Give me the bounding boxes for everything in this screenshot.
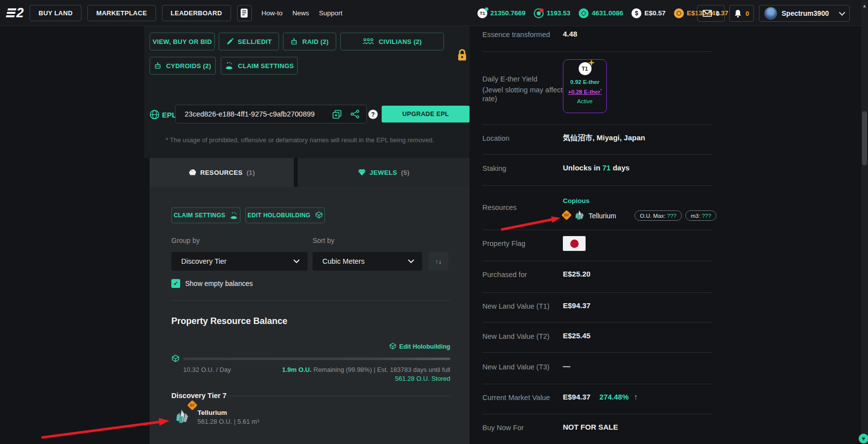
tab-jewels[interactable]: JEWELS (5) <box>298 158 470 187</box>
trend-up-arrow-icon: ↑ <box>633 393 637 401</box>
gold-coin-icon <box>674 8 684 18</box>
group-by-label: Group by <box>171 237 200 244</box>
news-link[interactable]: News <box>292 9 309 17</box>
share-icon[interactable] <box>351 110 359 119</box>
market-value-label: Current Market Value <box>482 394 550 402</box>
marketplace-button[interactable]: MARKETPLACE <box>87 5 156 21</box>
group-by-select[interactable]: Discovery Tier <box>171 252 308 271</box>
property-flag-label: Property Flag <box>482 240 525 247</box>
raid-button[interactable]: RAID (2) <box>283 33 336 50</box>
profile-menu[interactable]: Spectrum3900 <box>759 5 850 22</box>
yield-label: Daily E-ther Yield <box>482 75 537 83</box>
nlv-t2-label: New Land Value (T2) <box>482 332 550 340</box>
group-by-value: Discovery Tier <box>181 257 227 265</box>
sort-by-select[interactable]: Cubic Meters <box>313 252 422 271</box>
nlv-t1-label: New Land Value (T1) <box>482 302 550 310</box>
sort-by-label: Sort by <box>313 237 334 244</box>
claim-hand-icon <box>230 212 238 219</box>
messages-button[interactable]: 0 <box>697 5 725 22</box>
scrollbar-track[interactable] <box>861 0 868 444</box>
sell-edit-button[interactable]: SELL/EDIT <box>219 33 279 50</box>
tab-resources-count: (1) <box>246 169 255 176</box>
holobuilding-progress-bar <box>183 358 450 360</box>
epl-value: 23ced826-e188-4ff1-9275-c9afb2700899 <box>185 110 315 118</box>
copy-icon[interactable] <box>332 110 342 119</box>
epl-globe-icon <box>150 110 159 120</box>
how-to-link[interactable]: How-to <box>262 9 283 17</box>
leaderboard-button[interactable]: LEADERBOARD <box>162 5 231 21</box>
support-link[interactable]: Support <box>319 9 342 17</box>
row-divider <box>482 185 712 186</box>
checkbox-checked[interactable]: ✓ <box>171 279 180 288</box>
yield-bonus[interactable]: +0.28 E-ther* <box>568 88 602 95</box>
tier-group-title: Discovery Tier 7 <box>171 392 227 400</box>
chevron-down-icon <box>293 259 300 263</box>
bell-icon <box>734 9 742 18</box>
claim-settings-button-top[interactable]: CLAIM SETTINGS <box>221 57 298 75</box>
document-icon <box>240 8 248 18</box>
sort-by-value: Cubic Meters <box>322 257 364 265</box>
jewel-icon <box>358 169 366 176</box>
tier1-balance[interactable]: T1 21350.7669 <box>477 8 525 18</box>
scroll-down-button[interactable]: ▼ <box>859 434 868 444</box>
edit-holobuilding-link[interactable]: Edit Holobuilding <box>0 343 450 350</box>
e2-logo[interactable]: 2 <box>7 6 24 20</box>
ether-balance[interactable]: 4631.0086 <box>579 8 623 18</box>
edit-holobuilding-button[interactable]: EDIT HOLOBUILDING <box>245 207 325 223</box>
scrollbar-thumb[interactable] <box>862 111 867 165</box>
purchased-for-value: E$25.20 <box>563 270 591 278</box>
usd-balance-value: E$0.57 <box>644 9 666 17</box>
nlv-t3-value: — <box>563 362 570 370</box>
purchased-for-label: Purchased for <box>482 271 527 279</box>
row-divider <box>482 292 712 293</box>
tier-group-rule <box>225 396 450 396</box>
yield-tier-badge: T1 <box>579 62 592 75</box>
remaining-line: 1.9m O.U. Remaining (99.98%) | Est. 1837… <box>0 366 450 373</box>
chevron-down-icon <box>839 9 845 16</box>
sort-down-icon: ↓ <box>438 258 442 265</box>
tellurium-crystal-icon <box>574 210 585 221</box>
cydroids-button[interactable]: CYDROIDS (2) <box>150 57 216 75</box>
e2-logo-two: 2 <box>16 6 24 20</box>
civilians-button[interactable]: CIVILIANS (2) <box>340 33 444 50</box>
buy-now-label: Buy Now For <box>482 424 524 432</box>
yield-base: 0.92 E-ther <box>570 79 599 85</box>
staking-days-highlight: 71 <box>602 163 611 172</box>
essence-balance-value: 1193.53 <box>547 9 570 17</box>
claim-settings-button-panel[interactable]: CLAIM SETTINGS <box>171 207 240 223</box>
resource-name[interactable]: Tellurium <box>197 409 227 416</box>
epl-help-icon[interactable]: ? <box>368 110 378 119</box>
holobuilding-icon <box>171 355 180 363</box>
buy-land-button[interactable]: BUY LAND <box>30 5 81 21</box>
panel-divider <box>171 300 450 301</box>
location-value: 気仙沼市, Miyagi, Japan <box>563 133 645 143</box>
property-actions-row-1: VIEW, BUY OR BID SELL/EDIT RAID (2) CIVI… <box>150 33 444 50</box>
buy-now-value: NOT FOR SALE <box>563 423 618 431</box>
row-divider <box>482 384 712 384</box>
notifications-button[interactable]: 0 <box>729 5 754 22</box>
scrollbar-up-arrow[interactable]: ▲ <box>862 3 867 8</box>
staking-value: Unlocks in 71 days <box>563 163 630 172</box>
yield-sublabel: (Jewel slotting may affect rate) <box>482 85 567 103</box>
view-buy-or-bid-button[interactable]: VIEW, BUY OR BID <box>150 33 215 50</box>
market-value: E$94.37 274.48% ↑ <box>563 393 637 402</box>
sort-direction-button[interactable]: ↑↓ <box>429 252 448 271</box>
row-divider <box>482 154 712 155</box>
avatar <box>764 7 777 20</box>
usd-balance[interactable]: $ E$0.57 <box>631 8 666 18</box>
essence-transformed-value: 4.48 <box>563 30 577 38</box>
news-feed-button[interactable] <box>237 5 252 21</box>
claim-hand-icon <box>225 62 234 70</box>
essence-balance[interactable]: 1193.53 <box>534 8 570 18</box>
yield-card[interactable]: T1 0.92 E-ther +0.28 E-ther* Active <box>563 59 607 113</box>
resources-quality: Copious <box>563 197 590 204</box>
epl-input[interactable]: 23ced826-e188-4ff1-9275-c9afb2700899 <box>175 105 367 123</box>
upgrade-epl-button[interactable]: UPGRADE EPL <box>382 106 470 122</box>
tab-resources[interactable]: RESOURCES (1) <box>150 158 294 187</box>
location-label: Location <box>482 134 510 142</box>
holobuilding-icon <box>315 211 323 219</box>
mail-count: 0 <box>716 10 719 17</box>
row-divider <box>482 352 712 353</box>
robot-icon <box>290 38 298 45</box>
show-empty-balances-row[interactable]: ✓ Show empty balances <box>171 279 253 288</box>
